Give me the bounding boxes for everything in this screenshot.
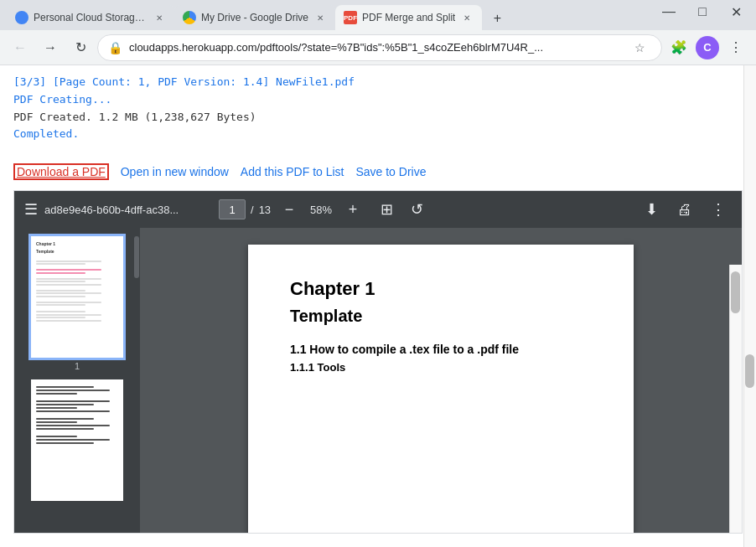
- log-line4: Completed.: [13, 126, 743, 143]
- thumbnail-scroll-thumb: [134, 236, 139, 278]
- page-scroll-thumb: [745, 354, 754, 388]
- pdf-page-separator: /: [251, 204, 254, 216]
- pdf-page-total: 13: [259, 204, 271, 216]
- pdf-menu-icon[interactable]: ☰: [24, 200, 38, 219]
- rotate-button[interactable]: ↺: [405, 198, 428, 221]
- pdf-thumb-img-1: Chapter 1 Template: [31, 236, 123, 358]
- log-line1: [3/3] [Page Count: 1, PDF Version: 1.4] …: [13, 74, 743, 91]
- pdf-body: Chapter 1 Template: [14, 228, 742, 533]
- zoom-in-button[interactable]: +: [341, 198, 365, 221]
- tab-personal-cloud[interactable]: Personal Cloud Storage &... ✕: [7, 5, 174, 30]
- menu-button[interactable]: ⋮: [722, 34, 749, 61]
- pdf-favicon: PDF: [344, 11, 357, 24]
- pdf-toolbar: ☰ ad8e9e46-b60b-4dff-ac38... / 13 − 58% …: [14, 191, 742, 228]
- address-icons: ☆: [628, 36, 651, 59]
- tab-google-drive-label: My Drive - Google Drive: [201, 12, 308, 23]
- pdf-page-input[interactable]: [219, 199, 246, 219]
- tabs-area: Personal Cloud Storage &... ✕ My Drive -…: [0, 5, 649, 30]
- log-line2-text: PDF Creating...: [13, 93, 111, 106]
- browser-frame: Personal Cloud Storage &... ✕ My Drive -…: [0, 0, 756, 547]
- pdf-subsection1: 1.1.1 Tools: [290, 361, 592, 374]
- pdf-filename: ad8e9e46-b60b-4dff-ac38...: [44, 204, 212, 216]
- pdf-chapter-heading: Chapter 1: [290, 278, 592, 300]
- profile-button[interactable]: C: [694, 34, 721, 61]
- pdf-zoom-value: 58%: [306, 204, 336, 216]
- lock-icon: 🔒: [108, 41, 122, 54]
- google-drive-favicon: [183, 11, 196, 24]
- page-scrollbar: [743, 65, 756, 547]
- cloud-favicon: [15, 11, 28, 24]
- pdf-viewer: ☰ ad8e9e46-b60b-4dff-ac38... / 13 − 58% …: [13, 190, 743, 534]
- tab-google-drive-close[interactable]: ✕: [313, 11, 327, 24]
- maximize-button[interactable]: □: [689, 0, 716, 25]
- more-options-icon[interactable]: ⋮: [705, 196, 732, 223]
- minimize-button[interactable]: —: [655, 0, 682, 25]
- forward-button[interactable]: →: [37, 34, 64, 61]
- mini-page-1: Chapter 1 Template: [31, 236, 123, 358]
- separator2: [230, 165, 234, 178]
- pdf-thumb-2[interactable]: [31, 379, 123, 501]
- thumb-page-num-1: 1: [75, 361, 80, 371]
- extensions-button[interactable]: 🧩: [665, 34, 692, 61]
- add-pdf-to-list-link[interactable]: Add this PDF to List: [241, 165, 344, 178]
- pdf-scroll-thumb: [731, 271, 740, 313]
- refresh-button[interactable]: ↻: [67, 34, 94, 61]
- tab-personal-cloud-close[interactable]: ✕: [153, 11, 166, 24]
- thumbnail-scrollbar: [133, 228, 140, 533]
- address-text: cloudapps.herokuapp.com/pdftools/?state=…: [129, 41, 621, 54]
- zoom-out-button[interactable]: −: [277, 198, 301, 221]
- new-tab-button[interactable]: +: [485, 7, 509, 30]
- log-area: [3/3] [Page Count: 1, PDF Version: 1.4] …: [0, 65, 756, 157]
- print-icon[interactable]: 🖨: [671, 196, 698, 223]
- download-icon[interactable]: ⬇: [638, 196, 665, 223]
- window-controls: — □ ✕: [649, 0, 756, 30]
- mini-page-2: [31, 379, 123, 501]
- open-new-window-link[interactable]: Open in new window: [121, 165, 229, 178]
- pdf-thumbnails: Chapter 1 Template: [14, 228, 140, 533]
- save-to-drive-link[interactable]: Save to Drive: [355, 165, 426, 178]
- profile-avatar: C: [696, 36, 719, 59]
- separator3: [346, 165, 350, 178]
- pdf-thumb-1[interactable]: Chapter 1 Template: [31, 236, 123, 371]
- pdf-main-view: Chapter 1 Template 1.1 How to compile a …: [140, 228, 742, 533]
- pdf-template-heading: Template: [290, 307, 592, 326]
- bookmark-icon[interactable]: ☆: [628, 36, 651, 59]
- pdf-scrollbar: [729, 265, 742, 533]
- log-line4-text: Completed.: [13, 127, 79, 140]
- back-button[interactable]: ←: [7, 34, 34, 61]
- separator1: [111, 165, 114, 178]
- pdf-right-icons: ⬇ 🖨 ⋮: [638, 196, 732, 223]
- close-button[interactable]: ✕: [722, 0, 749, 25]
- tab-pdf-merge-close[interactable]: ✕: [460, 11, 474, 24]
- pdf-zoom-controls: − 58% +: [277, 198, 365, 221]
- pdf-page-info: / 13: [219, 199, 271, 219]
- download-pdf-link[interactable]: Download a PDF: [13, 163, 109, 180]
- fit-page-button[interactable]: ⊞: [375, 198, 398, 221]
- address-bar[interactable]: 🔒 cloudapps.herokuapp.com/pdftools/?stat…: [97, 34, 662, 61]
- tab-google-drive[interactable]: My Drive - Google Drive ✕: [174, 5, 335, 30]
- tab-pdf-merge[interactable]: PDF PDF Merge and Split ✕: [335, 5, 482, 30]
- tab-personal-cloud-label: Personal Cloud Storage &...: [34, 12, 148, 23]
- log-line1-text: [3/3] [Page Count: 1, PDF Version: 1.4] …: [13, 75, 355, 88]
- log-line3-text: PDF Created. 1.2 MB (1,238,627 Bytes): [13, 111, 256, 123]
- action-links: Download a PDF Open in new window Add th…: [0, 157, 756, 190]
- log-line2: PDF Creating...: [13, 91, 743, 109]
- pdf-thumb-img-2: [31, 379, 123, 501]
- page-content: [3/3] [Page Count: 1, PDF Version: 1.4] …: [0, 65, 756, 547]
- tab-pdf-merge-label: PDF Merge and Split: [362, 12, 455, 23]
- nav-right-icons: 🧩 C ⋮: [665, 34, 749, 61]
- navigation-bar: ← → ↻ 🔒 cloudapps.herokuapp.com/pdftools…: [0, 30, 756, 65]
- log-line3: PDF Created. 1.2 MB (1,238,627 Bytes): [13, 109, 743, 126]
- title-bar: Personal Cloud Storage &... ✕ My Drive -…: [0, 0, 756, 30]
- pdf-section1: 1.1 How to compile a .tex file to a .pdf…: [290, 343, 592, 356]
- pdf-page: Chapter 1 Template 1.1 How to compile a …: [248, 245, 634, 533]
